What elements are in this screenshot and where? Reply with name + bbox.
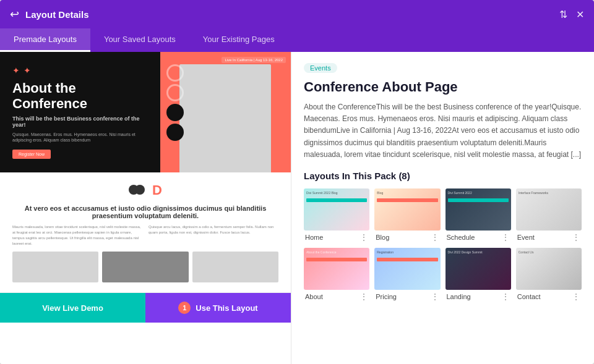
live-demo-button[interactable]: View Live Demo xyxy=(0,293,145,323)
preview-section2: D At vero eos et accusamus et iusto odio… xyxy=(0,172,291,293)
thumb-home-label: Home xyxy=(305,234,323,241)
thumb-contact-menu[interactable]: ⋮ xyxy=(572,292,580,301)
thumb-landing-inner: Divi 2022 Design Summit xyxy=(446,248,511,256)
tab-existing-pages[interactable]: Your Existing Pages xyxy=(189,28,288,52)
thumb-pricing-img: Registration xyxy=(374,248,440,290)
thumb-landing-menu[interactable]: ⋮ xyxy=(501,292,510,301)
conference-left: ✦ ✦ About the Conference This will be th… xyxy=(0,52,160,172)
close-icon[interactable]: ✕ xyxy=(576,9,584,20)
tab-saved-layouts[interactable]: Your Saved Layouts xyxy=(90,28,189,52)
circle-1 xyxy=(166,64,184,82)
modal-container: ↩ Layout Details ⇅ ✕ Premade Layouts You… xyxy=(0,0,594,364)
thumb-schedule-menu[interactable]: ⋮ xyxy=(501,233,510,242)
thumb-event-label: Event xyxy=(517,234,535,241)
conference-right: Live In California | Aug 13-16, 2022 xyxy=(160,52,291,172)
thumb-schedule: Divi Summit 2022 Schedule ⋮ xyxy=(446,188,511,242)
logo-letter: D xyxy=(152,182,162,198)
content-area: ✦ ✦ About the Conference This will be th… xyxy=(0,52,594,364)
layouts-heading: Layouts In This Pack (8) xyxy=(304,171,582,181)
thumb-schedule-inner: Divi Summit 2022 xyxy=(446,188,511,197)
conference-subtitle: This will be the best Business conferenc… xyxy=(12,116,148,128)
conference-desc: Quisque. Maecenas. Eros mus. Hymenaeos e… xyxy=(12,132,148,144)
building-graphic xyxy=(179,64,271,173)
logo-circles-container xyxy=(129,185,148,196)
preview-col1: Mauris malesuada, lorem vitae tincidunt … xyxy=(12,224,142,247)
thumb-home-inner: Divi Summit 2022 Blog xyxy=(304,188,369,197)
tag-badge: Events xyxy=(304,63,337,73)
tab-premade-layouts[interactable]: Premade Layouts xyxy=(0,28,90,52)
tabs-bar: Premade Layouts Your Saved Layouts Your … xyxy=(0,28,594,52)
header-actions: ⇅ ✕ xyxy=(559,9,584,20)
circle-2 xyxy=(166,84,184,101)
back-icon[interactable]: ↩ xyxy=(10,7,19,21)
preview-col2: Quisque arcu lacus, dignissim a odio a, … xyxy=(148,224,278,247)
thumb-landing-footer: Landing ⋮ xyxy=(446,292,511,301)
preview-columns: Mauris malesuada, lorem vitae tincidunt … xyxy=(12,224,278,247)
thumb-about: About the Conference About ⋮ xyxy=(304,248,369,301)
use-layout-button[interactable]: 1 Use This Layout xyxy=(145,293,291,323)
right-panel: Events Conference About Page About the C… xyxy=(291,52,594,364)
circles-graphic xyxy=(166,64,184,141)
circle-3 xyxy=(166,104,184,121)
pack-description: About the ConferenceThis will be the bes… xyxy=(304,101,582,161)
sparkle-1: ✦ xyxy=(12,66,20,75)
thumb-blog-footer: Blog ⋮ xyxy=(374,233,440,242)
modal-header: ↩ Layout Details ⇅ ✕ xyxy=(0,0,594,28)
thumb-blog-bar xyxy=(377,198,437,202)
thumb-pricing-label: Pricing xyxy=(376,293,397,300)
thumb-about-inner: About the Conference xyxy=(304,248,369,256)
thumb-about-bar xyxy=(306,258,367,261)
thumb-about-img: About the Conference xyxy=(304,248,369,290)
thumb-about-menu[interactable]: ⋮ xyxy=(359,292,368,301)
thumb-contact-inner: Contact Us xyxy=(516,248,582,256)
thumb-schedule-img: Divi Summit 2022 xyxy=(446,188,511,231)
thumb-schedule-label: Schedule xyxy=(447,234,475,241)
sort-icon[interactable]: ⇅ xyxy=(559,9,567,20)
thumb-contact: Contact Us Contact ⋮ xyxy=(516,248,582,301)
thumbnails-grid: Divi Summit 2022 Blog Home ⋮ Blog Blog xyxy=(304,188,582,301)
thumb-event-menu[interactable]: ⋮ xyxy=(572,233,580,242)
circle-4 xyxy=(166,124,184,141)
thumb-landing: Divi 2022 Design Summit Landing ⋮ xyxy=(446,248,511,301)
thumb-blog-label: Blog xyxy=(376,234,389,241)
conference-title: About the Conference xyxy=(12,80,148,112)
date-badge: Live In California | Aug 13-16, 2022 xyxy=(222,57,286,63)
thumb-home: Divi Summit 2022 Blog Home ⋮ xyxy=(304,188,369,242)
thumb-home-bar xyxy=(306,198,367,202)
thumb-blog-inner: Blog xyxy=(374,188,440,197)
thumb-pricing-menu[interactable]: ⋮ xyxy=(431,292,439,301)
thumb-contact-label: Contact xyxy=(517,293,541,300)
thumb-landing-img: Divi 2022 Design Summit xyxy=(446,248,511,290)
thumb-home-img: Divi Summit 2022 Blog xyxy=(304,188,369,231)
use-layout-label: Use This Layout xyxy=(196,303,257,313)
thumb-event-img: Interface Frameworks xyxy=(516,188,582,231)
bottom-buttons: View Live Demo 1 Use This Layout xyxy=(0,293,291,323)
preview-photo-3 xyxy=(192,252,278,282)
preview-photos xyxy=(12,252,278,282)
thumb-about-footer: About ⋮ xyxy=(304,292,369,301)
preview-section2-heading: At vero eos et accusamus et iusto odio d… xyxy=(12,205,278,219)
preview-logo: D xyxy=(12,182,278,198)
sparkles: ✦ ✦ xyxy=(12,66,148,75)
thumb-contact-footer: Contact ⋮ xyxy=(516,292,582,301)
conference-preview: ✦ ✦ About the Conference This will be th… xyxy=(0,52,291,172)
left-panel: ✦ ✦ About the Conference This will be th… xyxy=(0,52,291,364)
thumb-event-footer: Event ⋮ xyxy=(516,233,582,242)
register-button[interactable]: Register Now xyxy=(12,150,51,159)
thumb-contact-img: Contact Us xyxy=(516,248,582,290)
thumb-blog: Blog Blog ⋮ xyxy=(374,188,440,242)
pack-title: Conference About Page xyxy=(304,79,582,95)
thumb-pricing-bar xyxy=(377,258,437,261)
thumb-blog-menu[interactable]: ⋮ xyxy=(431,233,439,242)
sparkle-2: ✦ xyxy=(24,66,31,75)
thumb-event-inner: Interface Frameworks xyxy=(516,188,582,197)
layout-badge: 1 xyxy=(178,302,191,314)
thumb-home-footer: Home ⋮ xyxy=(304,233,369,242)
thumb-pricing: Registration Pricing ⋮ xyxy=(374,248,440,301)
thumb-about-label: About xyxy=(305,293,323,300)
thumb-pricing-footer: Pricing ⋮ xyxy=(374,292,440,301)
thumb-home-menu[interactable]: ⋮ xyxy=(359,233,368,242)
preview-photo-2 xyxy=(102,252,188,282)
logo-circle-mid xyxy=(135,185,145,195)
thumb-pricing-inner: Registration xyxy=(374,248,440,256)
